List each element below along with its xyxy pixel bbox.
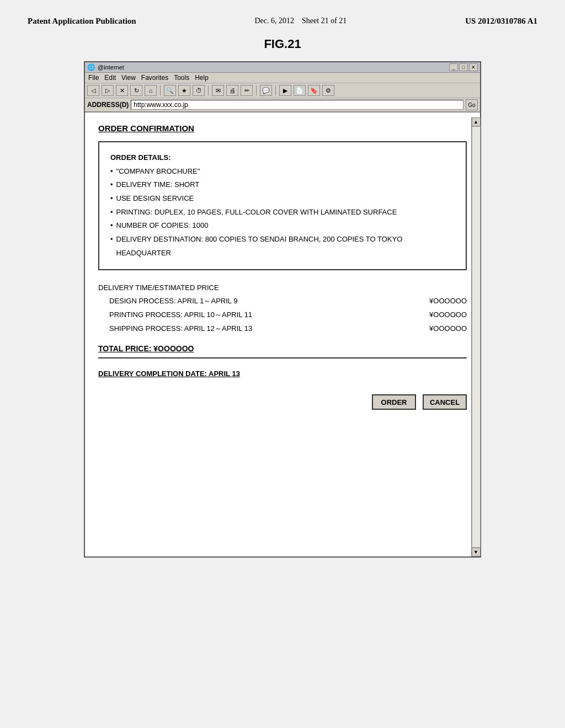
delivery-row-2: PRINTING PROCESS: APRIL 10～APRIL 11 ¥OOO…	[109, 308, 467, 322]
browser-logo-icon: 🌐	[87, 63, 95, 71]
forward-button[interactable]: ▷	[102, 85, 114, 96]
bullet-icon-3: •	[110, 206, 113, 220]
close-button[interactable]: ✕	[469, 63, 478, 71]
mail-button[interactable]: ✉	[212, 85, 224, 96]
browser-title: @internet	[98, 64, 124, 71]
address-label: ADDRESS(D)	[87, 101, 129, 109]
address-input[interactable]	[131, 100, 463, 110]
patent-left-label: Patent Application Publication	[28, 17, 136, 26]
menu-tools[interactable]: Tools	[174, 74, 189, 82]
extra1-button[interactable]: 📄	[294, 85, 306, 96]
patent-header: Patent Application Publication Dec. 6, 2…	[22, 17, 543, 26]
toolbar-sep1	[160, 85, 161, 95]
menu-edit[interactable]: Edit	[104, 74, 116, 82]
media-button[interactable]: ▶	[279, 85, 291, 96]
delivery-label-1: DESIGN PROCESS: APRIL 1～APRIL 9	[109, 295, 237, 308]
toolbar-sep4	[275, 85, 276, 95]
order-details-label: ORDER DETAILS:	[110, 151, 455, 165]
extra3-button[interactable]: ⚙	[322, 85, 334, 96]
edit-button[interactable]: ✏	[241, 85, 253, 96]
search-button[interactable]: 🔍	[164, 85, 176, 96]
toolbar-sep2	[208, 85, 209, 95]
cancel-button[interactable]: CANCEL	[423, 394, 467, 410]
stop-button[interactable]: ✕	[116, 85, 128, 96]
scrollbar-right[interactable]: ▲ ▼	[471, 117, 480, 556]
order-item-2: • USE DESIGN SERVICE	[110, 192, 455, 206]
delivery-label-2: PRINTING PROCESS: APRIL 10～APRIL 11	[109, 308, 252, 322]
refresh-button[interactable]: ↻	[130, 85, 142, 96]
browser-toolbar: ◁ ▷ ✕ ↻ ⌂ 🔍 ★ ⏱ ✉ 🖨 ✏ 💬 ▶ 📄 🔖 ⚙	[85, 83, 480, 98]
price-3: ¥OOOOOO	[429, 322, 467, 336]
delivery-label-3: SHIPPING PROCESS: APRIL 12～APRIL 13	[109, 322, 252, 336]
order-button[interactable]: ORDER	[372, 394, 416, 410]
browser-content: ORDER CONFIRMATION ORDER DETAILS: • "COM…	[85, 113, 480, 556]
menu-favorites[interactable]: Favorites	[141, 74, 168, 82]
fig-title: FIG.21	[264, 37, 301, 51]
menu-help[interactable]: Help	[195, 74, 209, 82]
completion-date-row: DELIVERY COMPLETION DATE: APRIL 13	[98, 370, 467, 378]
scrollbar-track	[472, 126, 481, 548]
button-row: ORDER CANCEL	[98, 394, 467, 410]
toolbar-sep3	[256, 85, 257, 95]
address-bar: ADDRESS(D) Go	[85, 98, 480, 113]
delivery-section: DELIVERY TIME/ESTIMATED PRICE DESIGN PRO…	[98, 281, 467, 336]
total-price-row: TOTAL PRICE: ¥OOOOOO	[98, 344, 467, 358]
browser-window: 🌐 @internet _ □ ✕ File Edit View Favorit…	[84, 61, 481, 558]
maximize-button[interactable]: □	[459, 63, 468, 71]
back-button[interactable]: ◁	[87, 85, 99, 96]
discuss-button[interactable]: 💬	[260, 85, 272, 96]
delivery-row-0: DELIVERY TIME/ESTIMATED PRICE	[98, 281, 467, 295]
patent-number: US 2012/0310786 A1	[465, 17, 537, 26]
price-2: ¥OOOOOO	[429, 308, 467, 322]
bullet-icon-0: •	[110, 165, 113, 179]
order-item-4: • NUMBER OF COPIES: 1000	[110, 219, 455, 233]
history-button[interactable]: ⏱	[193, 85, 205, 96]
bullet-icon-2: •	[110, 192, 113, 206]
delivery-row-1: DESIGN PROCESS: APRIL 1～APRIL 9 ¥OOOOOO	[109, 295, 467, 308]
scroll-down-button[interactable]: ▼	[472, 548, 481, 556]
page-title-section: ORDER CONFIRMATION	[98, 124, 467, 133]
order-item-1: • DELIVERY TIME: SHORT	[110, 178, 455, 192]
minimize-button[interactable]: _	[449, 63, 458, 71]
bullet-icon-1: •	[110, 178, 113, 192]
home-button[interactable]: ⌂	[145, 85, 157, 96]
total-price-label: TOTAL PRICE: ¥OOOOOO	[98, 344, 194, 353]
favorites-button[interactable]: ★	[178, 85, 190, 96]
delivery-row-3: SHIPPING PROCESS: APRIL 12～APRIL 13 ¥OOO…	[109, 322, 467, 336]
delivery-label-0: DELIVERY TIME/ESTIMATED PRICE	[98, 281, 219, 295]
order-item-3: • PRINTING: DUPLEX, 10 PAGES, FULL-COLOR…	[110, 206, 455, 220]
menu-view[interactable]: View	[121, 74, 136, 82]
order-item-5: • DELIVERY DESTINATION: 800 COPIES TO SE…	[110, 233, 455, 260]
scroll-up-button[interactable]: ▲	[472, 117, 481, 126]
go-button[interactable]: Go	[466, 99, 478, 110]
browser-titlebar: 🌐 @internet _ □ ✕	[85, 62, 480, 73]
print-button[interactable]: 🖨	[226, 85, 238, 96]
menu-file[interactable]: File	[88, 74, 99, 82]
order-item-0: • "COMPANY BROCHURE"	[110, 165, 455, 179]
browser-menubar: File Edit View Favorites Tools Help	[85, 73, 480, 83]
bullet-icon-5: •	[110, 233, 113, 247]
page-heading: ORDER CONFIRMATION	[98, 124, 194, 133]
bullet-icon-4: •	[110, 219, 113, 233]
order-details-box: ORDER DETAILS: • "COMPANY BROCHURE" • DE…	[98, 141, 467, 270]
extra2-button[interactable]: 🔖	[308, 85, 320, 96]
price-1: ¥OOOOOO	[429, 295, 467, 308]
patent-date: Dec. 6, 2012 Sheet 21 of 21	[255, 17, 347, 25]
